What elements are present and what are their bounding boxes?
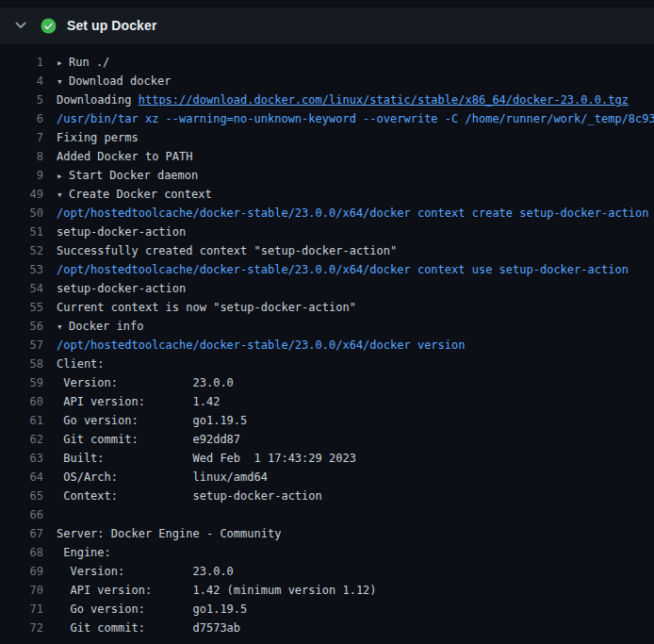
log-command-text: /opt/hostedtoolcache/docker-stable/23.0.… — [57, 263, 629, 276]
log-line: 67Server: Docker Engine - Community — [0, 524, 654, 543]
log-text: Context: setup-docker-action — [57, 489, 322, 503]
line-number[interactable]: 4 — [0, 72, 57, 91]
line-content: OS/Arch: linux/amd64 — [57, 468, 268, 487]
log-line: 58Client: — [0, 355, 654, 373]
log-text: Added Docker to PATH — [57, 150, 193, 163]
log-text: Client: — [57, 357, 105, 371]
line-content: /opt/hostedtoolcache/docker-stable/23.0.… — [57, 336, 465, 355]
line-number[interactable]: 6 — [0, 109, 57, 128]
line-content: Built: Wed Feb 1 17:43:29 2023 — [57, 449, 356, 468]
log-text: Fixing perms — [57, 131, 139, 144]
log-group-line[interactable]: 9▸Start Docker daemon — [0, 166, 654, 185]
line-number[interactable]: 61 — [0, 411, 57, 430]
line-number[interactable]: 68 — [0, 543, 57, 562]
actions-log-page: Set up Docker 1▸Run ./4▾Download docker5… — [0, 8, 654, 644]
log-text: Git commit: d7573ab — [57, 621, 240, 635]
line-number[interactable]: 65 — [0, 487, 57, 505]
line-number[interactable]: 49 — [0, 185, 57, 204]
log-line: 8Added Docker to PATH — [0, 147, 654, 166]
chevron-down-icon[interactable]: ▾ — [57, 318, 69, 336]
line-number[interactable]: 8 — [0, 147, 57, 166]
chevron-right-icon[interactable]: ▸ — [57, 54, 69, 72]
line-number[interactable]: 66 — [0, 505, 57, 524]
line-number[interactable]: 54 — [0, 279, 57, 298]
line-content: setup-docker-action — [57, 223, 186, 241]
log-text: Download docker — [69, 74, 171, 88]
line-number[interactable]: 58 — [0, 355, 57, 373]
line-content: Context: setup-docker-action — [57, 487, 322, 505]
line-number[interactable]: 51 — [0, 223, 57, 241]
log-link[interactable]: https://download.docker.com/linux/static… — [139, 93, 629, 107]
line-content: Fixing perms — [57, 128, 139, 147]
line-content: /opt/hostedtoolcache/docker-stable/23.0.… — [57, 204, 649, 223]
log-line: 61 Go version: go1.19.5 — [0, 411, 654, 430]
line-number[interactable]: 69 — [0, 562, 57, 581]
line-number[interactable]: 50 — [0, 204, 57, 223]
line-content: setup-docker-action — [57, 279, 186, 298]
chevron-down-icon[interactable] — [13, 18, 28, 33]
line-number[interactable]: 55 — [0, 298, 57, 317]
line-number[interactable]: 9 — [0, 166, 57, 185]
line-number[interactable]: 62 — [0, 430, 57, 449]
log-text: Server: Docker Engine - Community — [57, 527, 281, 540]
log-line: 51setup-docker-action — [0, 223, 654, 241]
line-content: Git commit: d7573ab — [57, 619, 240, 637]
line-number[interactable]: 56 — [0, 317, 57, 336]
log-line: 50/opt/hostedtoolcache/docker-stable/23.… — [0, 204, 654, 223]
line-content: Successfully created context "setup-dock… — [57, 241, 397, 260]
log-command-text: /opt/hostedtoolcache/docker-stable/23.0.… — [57, 206, 649, 220]
line-number[interactable]: 70 — [0, 581, 57, 600]
line-number[interactable]: 7 — [0, 128, 57, 147]
line-number[interactable]: 52 — [0, 241, 57, 260]
line-number[interactable]: 5 — [0, 91, 57, 109]
log-text: Downloading — [57, 93, 139, 107]
log-line: 70 API version: 1.42 (minimum version 1.… — [0, 581, 654, 600]
line-number[interactable]: 53 — [0, 260, 57, 279]
log-text: Git commit: e92dd87 — [57, 433, 240, 446]
log-line: 64 OS/Arch: linux/amd64 — [0, 468, 654, 487]
line-content: Downloading https://download.docker.com/… — [57, 91, 629, 109]
line-content: API version: 1.42 (minimum version 1.12) — [57, 581, 377, 600]
line-number[interactable]: 72 — [0, 619, 57, 637]
log-line: 7Fixing perms — [0, 128, 654, 147]
log-command-text: /usr/bin/tar xz --warning=no-unknown-key… — [57, 112, 654, 125]
chevron-down-icon[interactable]: ▾ — [57, 73, 69, 91]
log-group-line[interactable]: 1▸Run ./ — [0, 53, 654, 72]
line-content: /opt/hostedtoolcache/docker-stable/23.0.… — [57, 260, 629, 279]
log-text: Docker info — [69, 320, 143, 333]
line-content: Client: — [57, 355, 105, 373]
line-number[interactable]: 63 — [0, 449, 57, 468]
log-group-line[interactable]: 56▾Docker info — [0, 317, 654, 336]
line-number[interactable]: 71 — [0, 600, 57, 619]
log-text: Start Docker daemon — [69, 169, 198, 182]
log-text: Go version: go1.19.5 — [57, 603, 247, 616]
log-line: 71 Go version: go1.19.5 — [0, 600, 654, 619]
line-content: Go version: go1.19.5 — [57, 600, 247, 619]
line-number[interactable]: 60 — [0, 392, 57, 411]
chevron-right-icon[interactable]: ▸ — [57, 167, 69, 185]
log-group-line[interactable]: 4▾Download docker — [0, 72, 654, 91]
line-content: ▸Start Docker daemon — [57, 166, 198, 185]
line-number[interactable]: 1 — [0, 53, 57, 72]
line-number[interactable]: 67 — [0, 524, 57, 543]
line-number[interactable]: 57 — [0, 336, 57, 355]
log-text: Create Docker context — [69, 188, 212, 201]
log-text: Successfully created context "setup-dock… — [57, 244, 397, 257]
line-number[interactable]: 59 — [0, 373, 57, 392]
line-content: ▾Create Docker context — [57, 185, 212, 204]
log-text: Run ./ — [69, 56, 109, 69]
step-header-set-up-docker[interactable]: Set up Docker — [0, 8, 654, 43]
line-content: Version: 23.0.0 — [57, 562, 234, 581]
line-content: Go version: go1.19.5 — [57, 411, 247, 430]
line-number[interactable]: 64 — [0, 468, 57, 487]
log-line: 5Downloading https://download.docker.com… — [0, 91, 654, 109]
log-line: 57/opt/hostedtoolcache/docker-stable/23.… — [0, 336, 654, 355]
log-line: 6/usr/bin/tar xz --warning=no-unknown-ke… — [0, 109, 654, 128]
line-content: API version: 1.42 — [57, 392, 220, 411]
line-content: Version: 23.0.0 — [57, 373, 234, 392]
log-group-line[interactable]: 49▾Create Docker context — [0, 185, 654, 204]
log-text: API version: 1.42 — [57, 395, 220, 408]
chevron-down-icon[interactable]: ▾ — [57, 186, 69, 204]
step-title: Set up Docker — [67, 18, 156, 33]
log-line: 72 Git commit: d7573ab — [0, 619, 654, 637]
